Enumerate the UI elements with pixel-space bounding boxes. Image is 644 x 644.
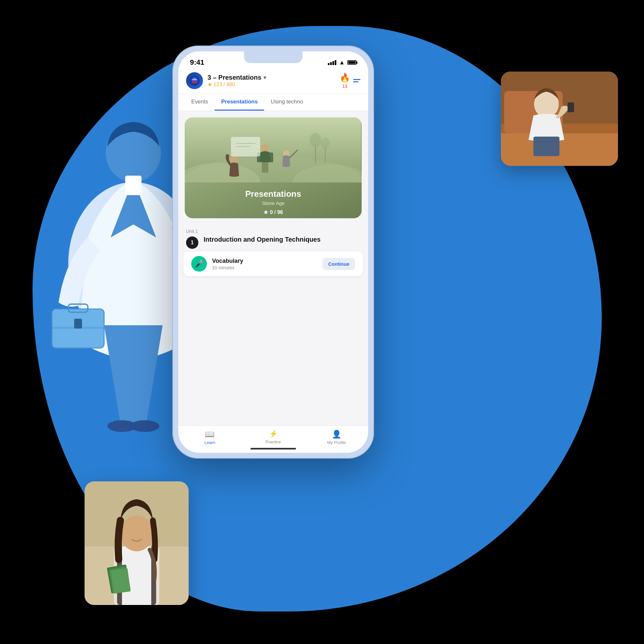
learn-label: Learn: [205, 440, 215, 445]
streak-count: 13: [342, 84, 347, 89]
course-card: Presentations Stone Age ★ 0 / 96: [185, 117, 362, 218]
practice-label: Practice: [266, 439, 281, 444]
lesson-microphone-icon: 🎤: [191, 256, 207, 272]
unit-label: Unit 1: [186, 229, 360, 234]
student-photo-content: [85, 481, 189, 605]
course-star-icon: ★: [263, 209, 268, 215]
learn-icon: 📖: [205, 430, 215, 439]
svg-point-21: [321, 138, 330, 149]
continue-button[interactable]: Continue: [322, 258, 355, 270]
status-time: 9:41: [190, 58, 204, 67]
lesson-row: 🎤 Vocabulary 10 minutes Continue: [183, 251, 363, 276]
header-title-section: 3 – Presentations ▾ ★ 123 / 480: [208, 74, 335, 87]
app-logo: [186, 72, 203, 89]
photo-student: [85, 481, 189, 605]
nav-profile[interactable]: 👤 My Profile: [305, 430, 368, 445]
profile-icon: 👤: [332, 430, 342, 439]
unit-row: 1 Introduction and Opening Techniques: [186, 235, 360, 249]
svg-rect-37: [533, 137, 559, 156]
tab-using-techno[interactable]: Using techno: [264, 94, 309, 111]
unit-section: Unit 1 1 Introduction and Opening Techni…: [178, 223, 368, 251]
svg-point-19: [310, 133, 321, 147]
nav-practice[interactable]: ⚡ Practice: [242, 430, 305, 445]
tab-presentations[interactable]: Presentations: [215, 94, 264, 111]
svg-rect-12: [192, 81, 197, 82]
phone-notch: [244, 51, 302, 63]
streak-badge: 🔥 13: [340, 73, 350, 89]
svg-rect-9: [74, 319, 82, 329]
menu-icon[interactable]: [353, 79, 360, 82]
lesson-info: Vocabulary 10 minutes: [212, 258, 317, 270]
app-header: 3 – Presentations ▾ ★ 123 / 480 🔥 13: [178, 70, 368, 94]
battery-icon: [347, 60, 356, 65]
status-icons: ▲: [328, 59, 356, 66]
unit-number: 1: [186, 236, 198, 249]
phone-frame: 9:41 ▲: [172, 46, 374, 459]
svg-point-25: [230, 156, 238, 164]
photo-woman-couch: [501, 72, 618, 166]
svg-point-2: [130, 420, 159, 432]
svg-rect-36: [568, 102, 574, 112]
lesson-duration: 10 minutes: [212, 265, 317, 270]
svg-point-43: [120, 516, 153, 551]
points-text: 123 / 480: [213, 82, 235, 87]
unit-title[interactable]: 3 – Presentations ▾: [208, 74, 335, 81]
course-title: Presentations: [191, 189, 355, 199]
star-icon: ★: [208, 81, 212, 87]
course-points: ★ 0 / 96: [263, 209, 283, 215]
tabs-row: Events Presentations Using techno: [178, 94, 368, 111]
course-points-value: 0 / 96: [270, 209, 283, 215]
header-actions: 🔥 13: [340, 73, 360, 89]
svg-rect-46: [111, 568, 131, 594]
chevron-down-icon: ▾: [263, 74, 266, 81]
svg-rect-13: [192, 83, 197, 83]
course-subtitle: Stone Age: [191, 200, 355, 206]
svg-rect-4: [125, 176, 141, 195]
svg-point-24: [261, 144, 269, 152]
points-row: ★ 123 / 480: [208, 81, 335, 87]
flame-icon: 🔥: [340, 73, 350, 83]
practice-icon: ⚡: [269, 430, 278, 438]
profile-label: My Profile: [327, 440, 346, 445]
woman-couch-photo: [501, 72, 618, 166]
unit-title-text: 3 – Presentations: [208, 74, 262, 81]
lesson-name: Vocabulary: [212, 258, 317, 264]
unit-title-text: Introduction and Opening Techniques: [204, 235, 321, 244]
scene: 9:41 ▲: [0, 0, 644, 644]
phone-screen: 9:41 ▲: [178, 51, 368, 453]
signal-icon: [328, 60, 336, 65]
nav-learn[interactable]: 📖 Learn: [178, 430, 242, 445]
home-indicator: [250, 448, 296, 449]
course-card-content: Presentations Stone Age ★ 0 / 96: [185, 184, 362, 218]
tab-events[interactable]: Events: [185, 94, 215, 111]
wifi-icon: ▲: [339, 59, 345, 66]
